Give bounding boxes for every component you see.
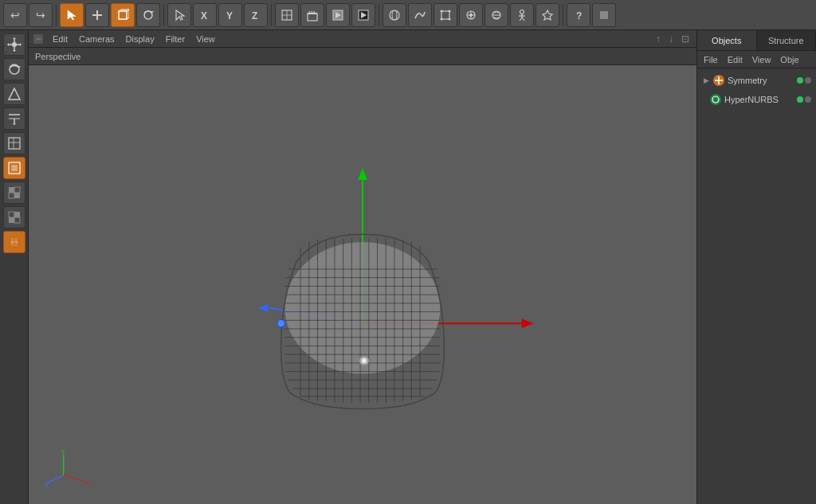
x-constraint-button[interactable]: X xyxy=(193,3,217,27)
right-panel-tabs: Objects Structure xyxy=(697,30,816,51)
undo-button[interactable]: ↩ xyxy=(3,3,27,27)
separator-3 xyxy=(271,4,272,26)
svg-rect-46 xyxy=(600,11,608,19)
render-button[interactable] xyxy=(351,3,375,27)
checker-tool-button[interactable] xyxy=(3,182,26,204)
svg-text:Z: Z xyxy=(252,10,257,21)
script-button[interactable] xyxy=(592,3,616,27)
top-toolbar: ↩ ↪ X Y Z xyxy=(0,0,816,30)
tab-objects[interactable]: Objects xyxy=(697,30,757,50)
svg-rect-68 xyxy=(14,193,20,198)
deformer-button[interactable] xyxy=(434,3,457,27)
svg-marker-49 xyxy=(13,37,16,39)
character-button[interactable] xyxy=(510,3,534,27)
polygon-tool-button[interactable] xyxy=(3,157,26,179)
menu-view[interactable]: View xyxy=(191,33,220,45)
viewport-label: Perspective xyxy=(29,48,696,65)
right-menu-view[interactable]: View xyxy=(749,54,775,65)
z-constraint-button[interactable]: Z xyxy=(244,3,268,27)
separator-1 xyxy=(56,4,57,26)
polygon-mode-button[interactable] xyxy=(275,3,299,27)
svg-rect-67 xyxy=(9,187,14,193)
render-view-button[interactable] xyxy=(326,3,350,27)
checker2-tool-button[interactable] xyxy=(3,206,26,229)
svg-rect-71 xyxy=(9,212,14,217)
symmetry-label: Symmetry xyxy=(728,76,767,85)
svg-point-47 xyxy=(12,42,17,47)
svg-point-33 xyxy=(449,18,451,20)
svg-text:Z: Z xyxy=(45,482,49,489)
grid-tool-button[interactable] xyxy=(3,132,26,154)
right-panel: Objects Structure File Edit View Obje ▶ … xyxy=(696,30,816,504)
nurbs-button[interactable] xyxy=(382,3,406,27)
nav-down-button[interactable]: ↓ xyxy=(666,33,676,45)
add-button[interactable] xyxy=(85,3,109,27)
perspective-label: Perspective xyxy=(35,52,80,61)
svg-marker-51 xyxy=(13,50,16,52)
redo-button[interactable]: ↪ xyxy=(29,3,53,27)
menu-filter[interactable]: Filter xyxy=(161,33,190,45)
symmetry-icon xyxy=(713,75,724,86)
help-button[interactable]: ? xyxy=(567,3,590,27)
symmetry-render-dot[interactable] xyxy=(805,77,811,84)
viewport-nav-icons: ↑ ↓ ⊡ xyxy=(653,33,692,45)
tab-structure[interactable]: Structure xyxy=(757,30,817,50)
snap-tool-button[interactable] xyxy=(3,107,26,130)
select-tool-button[interactable] xyxy=(60,3,84,27)
svg-marker-55 xyxy=(20,43,22,46)
select2-button[interactable] xyxy=(167,3,191,27)
spline-button[interactable] xyxy=(408,3,432,27)
sphere-tool-button[interactable] xyxy=(3,231,26,253)
right-menu-edit[interactable]: Edit xyxy=(724,54,746,65)
rotate-obj-button[interactable] xyxy=(136,3,160,27)
main-area: Edit Cameras Display Filter View ↑ ↓ ⊡ P… xyxy=(0,30,816,504)
svg-point-84 xyxy=(285,242,441,374)
object-item-symmetry[interactable]: ▶ Symmetry xyxy=(699,72,814,89)
svg-text:X: X xyxy=(85,479,89,486)
scene-svg xyxy=(29,65,696,504)
hypernurbs-vis-dot[interactable] xyxy=(797,96,803,103)
nav-grid-button[interactable]: ⊡ xyxy=(679,33,692,45)
viewport-menubar: Edit Cameras Display Filter View ↑ ↓ ⊡ xyxy=(29,30,696,48)
clapper-button[interactable] xyxy=(300,3,324,27)
svg-point-116 xyxy=(277,319,285,327)
svg-text:Y: Y xyxy=(226,10,233,21)
svg-rect-3 xyxy=(119,11,127,19)
menu-display[interactable]: Display xyxy=(121,33,159,45)
svg-marker-58 xyxy=(9,88,20,100)
menu-edit[interactable]: Edit xyxy=(48,33,73,45)
svg-point-37 xyxy=(469,14,473,17)
symmetry-vis-dot[interactable] xyxy=(797,77,803,84)
svg-line-43 xyxy=(520,18,522,21)
field-button[interactable] xyxy=(484,3,508,27)
svg-text:X: X xyxy=(201,10,207,21)
separator-4 xyxy=(379,4,379,26)
svg-point-40 xyxy=(520,10,524,14)
move-tool-button[interactable] xyxy=(3,33,26,56)
scale-tool-button[interactable] xyxy=(3,83,26,105)
svg-point-28 xyxy=(392,10,397,20)
nav-up-button[interactable]: ↑ xyxy=(653,33,663,45)
object-item-hypernurbs[interactable]: HyperNURBS xyxy=(699,91,814,108)
svg-line-121 xyxy=(64,475,85,482)
tree-arrow-symmetry[interactable]: ▶ xyxy=(702,76,710,84)
hypernurbs-icon xyxy=(710,94,721,105)
menu-cameras[interactable]: Cameras xyxy=(74,33,120,45)
hypernurbs-label: HyperNURBS xyxy=(724,95,779,104)
svg-marker-0 xyxy=(68,10,76,20)
hypernurbs-render-dot[interactable] xyxy=(805,96,811,103)
viewport-canvas[interactable]: Z X Y xyxy=(29,65,696,504)
rotate-tool-button[interactable] xyxy=(3,58,26,80)
svg-rect-69 xyxy=(14,187,20,193)
svg-rect-74 xyxy=(9,217,14,223)
svg-rect-62 xyxy=(9,138,20,149)
svg-point-32 xyxy=(441,18,443,20)
cube-button[interactable] xyxy=(111,3,135,27)
mograph-button[interactable] xyxy=(459,3,483,27)
y-constraint-button[interactable]: Y xyxy=(218,3,242,27)
svg-rect-18 xyxy=(308,14,317,21)
right-menu-obje[interactable]: Obje xyxy=(777,54,802,65)
sculpt-button[interactable] xyxy=(536,3,559,27)
right-menu-file[interactable]: File xyxy=(700,54,721,65)
svg-line-44 xyxy=(522,18,524,21)
